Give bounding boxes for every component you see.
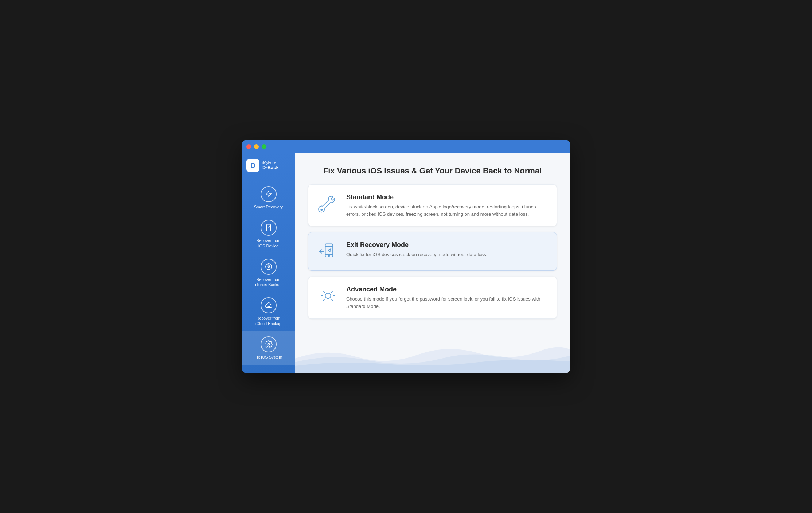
page-title: Fix Various iOS Issues & Get Your Device… [309, 166, 555, 176]
sidebar-item-recover-icloud-label: Recover fromiCloud Backup [255, 316, 281, 326]
standard-mode-icon [317, 193, 339, 215]
close-button[interactable] [246, 144, 251, 149]
standard-mode-desc: Fix white/black screen, device stuck on … [346, 203, 548, 218]
svg-rect-0 [266, 224, 270, 231]
app-window: D iMyFone D-Back Smart Recovery [242, 140, 570, 373]
maximize-button[interactable] [262, 144, 266, 149]
standard-mode-title: Standard Mode [346, 193, 548, 201]
sidebar-item-recover-ios[interactable]: Recover fromiOS Device [242, 215, 295, 254]
exit-recovery-title: Exit Recovery Mode [346, 241, 548, 249]
svg-line-10 [331, 248, 332, 248]
logo-brand: iMyFone [262, 161, 279, 165]
titlebar [242, 140, 570, 153]
sidebar-item-recover-itunes-label: Recover fromiTunes Backup [255, 277, 281, 287]
logo-text: iMyFone D-Back [262, 161, 279, 170]
sidebar-item-fix-ios-label: Fix iOS System [255, 355, 282, 360]
exit-recovery-card[interactable]: Exit Recovery Mode Quick fix for iOS dev… [308, 232, 557, 271]
logo-icon: D [246, 159, 259, 172]
sidebar-item-recover-ios-label: Recover fromiOS Device [256, 238, 280, 248]
advanced-mode-card[interactable]: Advanced Mode Choose this mode if you fo… [308, 277, 557, 318]
sidebar-nav: Smart Recovery Recover fromiOS Device [242, 178, 295, 373]
minimize-button[interactable] [254, 144, 259, 149]
advanced-mode-title: Advanced Mode [346, 286, 548, 293]
fix-ios-icon [261, 336, 277, 352]
logo-section: D iMyFone D-Back [242, 153, 295, 178]
advanced-mode-content: Advanced Mode Choose this mode if you fo… [346, 285, 548, 310]
svg-point-11 [325, 293, 331, 299]
smart-recovery-icon [261, 186, 277, 202]
exit-recovery-icon [317, 240, 339, 262]
logo-name: D-Back [262, 165, 279, 170]
sidebar-item-smart-recovery-label: Smart Recovery [254, 204, 283, 209]
svg-point-7 [328, 255, 329, 256]
advanced-mode-desc: Choose this mode if you forget the passw… [346, 295, 548, 310]
cards-container: Standard Mode Fix white/black screen, de… [295, 184, 570, 326]
recover-icloud-icon [261, 297, 277, 313]
app-body: D iMyFone D-Back Smart Recovery [242, 153, 570, 373]
sidebar-item-recover-itunes[interactable]: Recover fromiTunes Backup [242, 254, 295, 293]
advanced-mode-icon [317, 285, 339, 307]
svg-point-3 [268, 343, 270, 345]
standard-mode-content: Standard Mode Fix white/black screen, de… [346, 193, 548, 218]
sidebar: D iMyFone D-Back Smart Recovery [242, 153, 295, 373]
sidebar-item-smart-recovery[interactable]: Smart Recovery [242, 181, 295, 215]
wave-decoration [295, 337, 570, 373]
exit-recovery-desc: Quick fix for iOS devices stuck on recov… [346, 251, 548, 258]
standard-mode-card[interactable]: Standard Mode Fix white/black screen, de… [308, 184, 557, 226]
sidebar-item-recover-icloud[interactable]: Recover fromiCloud Backup [242, 292, 295, 331]
exit-recovery-content: Exit Recovery Mode Quick fix for iOS dev… [346, 240, 548, 258]
sidebar-item-fix-ios[interactable]: Fix iOS System [242, 331, 295, 365]
main-content: Fix Various iOS Issues & Get Your Device… [295, 153, 570, 373]
traffic-lights [246, 144, 266, 149]
recover-itunes-icon [261, 259, 277, 275]
recover-ios-icon [261, 220, 277, 236]
page-header: Fix Various iOS Issues & Get Your Device… [295, 153, 570, 184]
